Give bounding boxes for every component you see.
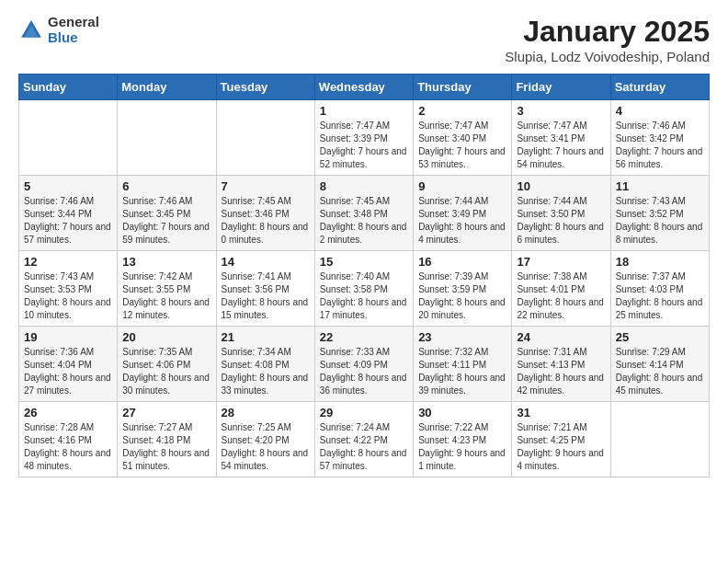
table-row (19, 100, 118, 176)
day-number: 3 (517, 104, 605, 118)
table-row: 6Sunrise: 7:46 AM Sunset: 3:45 PM Daylig… (118, 176, 216, 251)
table-row: 31Sunrise: 7:21 AM Sunset: 4:25 PM Dayli… (512, 402, 610, 477)
calendar-table: Sunday Monday Tuesday Wednesday Thursday… (18, 74, 710, 477)
col-saturday: Saturday (610, 75, 709, 100)
day-info: Sunrise: 7:47 AM Sunset: 3:40 PM Dayligh… (418, 120, 506, 171)
day-number: 4 (616, 104, 704, 118)
day-info: Sunrise: 7:40 AM Sunset: 3:58 PM Dayligh… (320, 270, 408, 322)
day-info: Sunrise: 7:38 AM Sunset: 4:01 PM Dayligh… (517, 270, 605, 322)
day-number: 9 (418, 179, 506, 193)
logo: General Blue (18, 15, 99, 45)
day-number: 2 (418, 104, 506, 118)
table-row: 22Sunrise: 7:33 AM Sunset: 4:09 PM Dayli… (314, 327, 413, 402)
table-row: 24Sunrise: 7:31 AM Sunset: 4:13 PM Dayli… (512, 327, 610, 402)
day-info: Sunrise: 7:35 AM Sunset: 4:06 PM Dayligh… (122, 346, 210, 397)
day-info: Sunrise: 7:45 AM Sunset: 3:46 PM Dayligh… (222, 195, 310, 247)
col-thursday: Thursday (414, 75, 512, 100)
logo-icon (18, 17, 44, 43)
day-info: Sunrise: 7:42 AM Sunset: 3:55 PM Dayligh… (122, 270, 210, 322)
table-row: 26Sunrise: 7:28 AM Sunset: 4:16 PM Dayli… (19, 402, 118, 477)
header: General Blue January 2025 Slupia, Lodz V… (18, 15, 710, 64)
day-info: Sunrise: 7:45 AM Sunset: 3:48 PM Dayligh… (320, 195, 408, 247)
day-info: Sunrise: 7:29 AM Sunset: 4:14 PM Dayligh… (616, 346, 704, 397)
table-row (118, 100, 216, 176)
day-number: 23 (418, 330, 506, 344)
table-row: 25Sunrise: 7:29 AM Sunset: 4:14 PM Dayli… (610, 327, 709, 402)
day-info: Sunrise: 7:28 AM Sunset: 4:16 PM Dayligh… (24, 421, 112, 473)
col-friday: Friday (512, 75, 610, 100)
day-info: Sunrise: 7:25 AM Sunset: 4:20 PM Dayligh… (222, 421, 310, 473)
table-row: 16Sunrise: 7:39 AM Sunset: 3:59 PM Dayli… (414, 251, 512, 327)
calendar-week-row: 5Sunrise: 7:46 AM Sunset: 3:44 PM Daylig… (19, 176, 710, 251)
calendar-week-row: 26Sunrise: 7:28 AM Sunset: 4:16 PM Dayli… (19, 402, 710, 477)
day-info: Sunrise: 7:46 AM Sunset: 3:42 PM Dayligh… (616, 120, 704, 171)
day-number: 10 (517, 179, 605, 193)
table-row: 1Sunrise: 7:47 AM Sunset: 3:39 PM Daylig… (314, 100, 413, 176)
col-sunday: Sunday (19, 75, 118, 100)
table-row: 19Sunrise: 7:36 AM Sunset: 4:04 PM Dayli… (19, 327, 118, 402)
day-number: 30 (418, 406, 506, 419)
table-row: 17Sunrise: 7:38 AM Sunset: 4:01 PM Dayli… (512, 251, 610, 327)
logo-general: General (48, 15, 99, 30)
table-row: 11Sunrise: 7:43 AM Sunset: 3:52 PM Dayli… (610, 176, 709, 251)
col-monday: Monday (118, 75, 216, 100)
day-number: 13 (122, 255, 210, 269)
table-row: 18Sunrise: 7:37 AM Sunset: 4:03 PM Dayli… (610, 251, 709, 327)
day-number: 31 (517, 406, 605, 419)
day-number: 12 (24, 255, 112, 269)
table-row: 27Sunrise: 7:27 AM Sunset: 4:18 PM Dayli… (118, 402, 216, 477)
table-row: 4Sunrise: 7:46 AM Sunset: 3:42 PM Daylig… (610, 100, 709, 176)
day-info: Sunrise: 7:31 AM Sunset: 4:13 PM Dayligh… (517, 346, 605, 397)
calendar-header-row: Sunday Monday Tuesday Wednesday Thursday… (19, 75, 710, 100)
table-row: 8Sunrise: 7:45 AM Sunset: 3:48 PM Daylig… (314, 176, 413, 251)
calendar-week-row: 19Sunrise: 7:36 AM Sunset: 4:04 PM Dayli… (19, 327, 710, 402)
day-number: 14 (222, 255, 310, 269)
table-row: 12Sunrise: 7:43 AM Sunset: 3:53 PM Dayli… (19, 251, 118, 327)
table-row: 2Sunrise: 7:47 AM Sunset: 3:40 PM Daylig… (414, 100, 512, 176)
day-info: Sunrise: 7:37 AM Sunset: 4:03 PM Dayligh… (616, 270, 704, 322)
table-row: 9Sunrise: 7:44 AM Sunset: 3:49 PM Daylig… (414, 176, 512, 251)
day-number: 25 (616, 330, 704, 344)
day-number: 17 (517, 255, 605, 269)
day-number: 29 (320, 406, 408, 419)
day-number: 28 (222, 406, 310, 419)
table-row: 20Sunrise: 7:35 AM Sunset: 4:06 PM Dayli… (118, 327, 216, 402)
calendar-title: January 2025 (505, 15, 710, 49)
day-info: Sunrise: 7:43 AM Sunset: 3:53 PM Dayligh… (24, 270, 112, 322)
col-wednesday: Wednesday (314, 75, 413, 100)
logo-blue: Blue (48, 30, 99, 46)
day-info: Sunrise: 7:24 AM Sunset: 4:22 PM Dayligh… (320, 421, 408, 473)
table-row: 5Sunrise: 7:46 AM Sunset: 3:44 PM Daylig… (19, 176, 118, 251)
table-row (610, 402, 709, 477)
day-number: 8 (320, 179, 408, 193)
title-block: January 2025 Slupia, Lodz Voivodeship, P… (505, 15, 710, 64)
table-row: 14Sunrise: 7:41 AM Sunset: 3:56 PM Dayli… (216, 251, 314, 327)
page: General Blue January 2025 Slupia, Lodz V… (0, 0, 728, 492)
day-info: Sunrise: 7:36 AM Sunset: 4:04 PM Dayligh… (24, 346, 112, 397)
day-number: 20 (122, 330, 210, 344)
day-number: 6 (122, 179, 210, 193)
day-number: 11 (616, 179, 704, 193)
day-info: Sunrise: 7:47 AM Sunset: 3:41 PM Dayligh… (517, 120, 605, 171)
day-info: Sunrise: 7:47 AM Sunset: 3:39 PM Dayligh… (320, 120, 408, 171)
day-info: Sunrise: 7:46 AM Sunset: 3:45 PM Dayligh… (122, 195, 210, 247)
table-row: 29Sunrise: 7:24 AM Sunset: 4:22 PM Dayli… (314, 402, 413, 477)
day-info: Sunrise: 7:41 AM Sunset: 3:56 PM Dayligh… (222, 270, 310, 322)
day-info: Sunrise: 7:43 AM Sunset: 3:52 PM Dayligh… (616, 195, 704, 247)
day-number: 5 (24, 179, 112, 193)
day-number: 24 (517, 330, 605, 344)
col-tuesday: Tuesday (216, 75, 314, 100)
day-number: 26 (24, 406, 112, 419)
day-number: 19 (24, 330, 112, 344)
day-info: Sunrise: 7:22 AM Sunset: 4:23 PM Dayligh… (418, 421, 506, 473)
day-info: Sunrise: 7:44 AM Sunset: 3:50 PM Dayligh… (517, 195, 605, 247)
day-info: Sunrise: 7:21 AM Sunset: 4:25 PM Dayligh… (517, 421, 605, 473)
day-info: Sunrise: 7:44 AM Sunset: 3:49 PM Dayligh… (418, 195, 506, 247)
day-info: Sunrise: 7:33 AM Sunset: 4:09 PM Dayligh… (320, 346, 408, 397)
day-number: 21 (222, 330, 310, 344)
table-row: 23Sunrise: 7:32 AM Sunset: 4:11 PM Dayli… (414, 327, 512, 402)
day-info: Sunrise: 7:32 AM Sunset: 4:11 PM Dayligh… (418, 346, 506, 397)
table-row: 28Sunrise: 7:25 AM Sunset: 4:20 PM Dayli… (216, 402, 314, 477)
day-number: 27 (122, 406, 210, 419)
day-info: Sunrise: 7:27 AM Sunset: 4:18 PM Dayligh… (122, 421, 210, 473)
